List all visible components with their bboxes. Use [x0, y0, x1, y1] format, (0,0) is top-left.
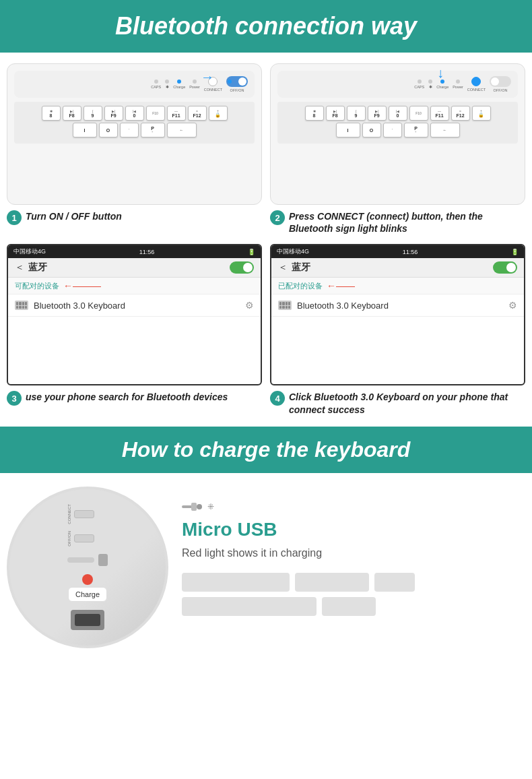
kb-keys-area-2: ✱8 ▶|F8 (9 ▶|F9 |◀0 F10 —F11 =F12 +🔒 I O…: [277, 102, 518, 144]
kb-key-backspace: ←: [167, 123, 197, 137]
phone-mockup-3: 中国移动4G 11:56 🔋 ＜ 蓝牙 可配对的设备 ←———: [7, 244, 262, 385]
nav-title-4: 蓝牙: [292, 261, 489, 274]
power-indicator-2: Power: [453, 80, 463, 89]
kb-key-i: I: [73, 123, 97, 137]
svg-point-2: [197, 504, 202, 509]
page-title: Bluetooth connection way: [7, 12, 525, 40]
step1-num: 1: [7, 210, 22, 225]
battery-icon-4: 🔋: [511, 249, 519, 255]
phone-status-bar-3: 中国移动4G 11:56 🔋: [8, 245, 261, 258]
kb-key-p-2: P": [404, 123, 428, 137]
section-label-4: 已配对的设备: [278, 281, 323, 291]
kb-keys-area-1: ✱8 ▶|F8 (9 ▶|F9 |◀0 F10 —F11 =F12 +🔒 I O…: [14, 102, 255, 144]
steps-row-2: 中国移动4G 11:56 🔋 ＜ 蓝牙 可配对的设备 ←———: [7, 244, 525, 415]
device-icon-4: [278, 301, 292, 310]
kb-key-i-2: I: [336, 123, 360, 137]
device-row-3[interactable]: Bluetooth 3.0 Keyboard ⚙: [8, 294, 261, 317]
gray-box-4: [182, 597, 317, 616]
step2-label: 2 Press CONNECT (connect) button, then t…: [270, 210, 525, 235]
gray-boxes-row1: [182, 573, 525, 592]
kb-key: —F11: [167, 106, 186, 121]
toggle-knob: [238, 77, 246, 86]
usb-title: Micro USB: [182, 519, 525, 540]
charge-led: [177, 80, 181, 84]
bluetooth-toggle-3[interactable]: [230, 261, 254, 274]
kb-row-4: I O ' P" ←: [281, 123, 514, 137]
kb-row-1: ✱8 ▶|F8 (9 ▶|F9 |◀0 F10 —F11 =F12 +🔒: [18, 106, 251, 121]
usb-subtitle: Red light shows it in charging: [182, 547, 525, 559]
steps-row-1: → CAPS ✱: [7, 63, 525, 235]
back-arrow-4[interactable]: ＜: [278, 261, 288, 274]
main-content: → CAPS ✱: [0, 53, 532, 416]
charge-label: Charge: [68, 587, 107, 602]
section-header-3: 可配对的设备 ←———: [8, 278, 261, 294]
step3-text: use your phone search for Bluetooth devi…: [26, 391, 228, 403]
usb-info-section: ⁜ Micro USB Red light shows it in chargi…: [182, 487, 525, 616]
device-row-4[interactable]: Bluetooth 3.0 Keyboard ⚙: [271, 294, 524, 317]
charge-dot-area: Charge: [68, 574, 107, 602]
kb-key: (9: [84, 106, 102, 121]
power-indicator: Power: [189, 80, 200, 89]
charge-title: How to charge the keyboard: [7, 437, 525, 462]
kb-key-o: O: [99, 123, 118, 137]
connect-side-area: CONNECT: [67, 504, 94, 524]
caps-led-2: [418, 80, 422, 84]
usb-icon-row: ⁜: [182, 500, 525, 513]
kb-key-2: ▶|F9: [368, 106, 387, 121]
back-arrow-3[interactable]: ＜: [15, 261, 24, 274]
kb-key: ✱8: [42, 106, 61, 121]
step2-container: ↓ CAPS ✱ Charge: [270, 63, 525, 235]
kb-key-2: ✱8: [305, 106, 324, 121]
nav-title-3: 蓝牙: [28, 261, 226, 274]
keyboard-charge-image: CONNECT OFF/ON Charge: [7, 487, 168, 648]
kb-controls-1: CAPS ✱ Charge: [14, 71, 255, 98]
kb-key-apos-2: ': [383, 123, 402, 137]
connect-side-btn: [74, 510, 94, 518]
kb-key-p: P": [141, 123, 165, 137]
gear-icon-4[interactable]: ⚙: [508, 300, 517, 311]
kb-key-backspace-2: ←: [430, 123, 460, 137]
kb-row-3: ✱8 ▶|F8 (9 ▶|F9 |◀0 F10 —F11 =F12 +🔒: [281, 106, 514, 121]
step1-text: Turn ON / OFF button: [26, 210, 122, 222]
kb-key-2: (9: [347, 106, 366, 121]
kb-key: ▶|F9: [104, 106, 123, 121]
controls-row-2: CAPS ✱ Charge Power: [284, 76, 511, 92]
step4-num: 4: [270, 391, 285, 406]
step4-container: 中国移动4G 11:56 🔋 ＜ 蓝牙 已配对的设备 ←——: [270, 244, 525, 415]
star-led-2: [428, 80, 432, 84]
offon-toggle: [226, 76, 248, 87]
gear-icon-3[interactable]: ⚙: [245, 300, 254, 311]
device-icon-3: [15, 301, 28, 310]
kb-key-apos: ': [120, 123, 139, 137]
arrow-right-icon: →: [201, 69, 214, 85]
side-buttons-group: CONNECT OFF/ON: [67, 504, 94, 546]
gray-boxes-row2: [182, 597, 525, 616]
connect-side-label: CONNECT: [67, 504, 71, 524]
status-time-3: 11:56: [139, 249, 155, 255]
battery-icon-3: 🔋: [248, 249, 255, 255]
connect-indicator-2: CONNECT: [467, 77, 486, 92]
step3-label: 3 use your phone search for Bluetooth de…: [7, 391, 262, 406]
offon-side-btn: [74, 534, 94, 542]
bluetooth-toggle-4[interactable]: [493, 261, 517, 274]
step1-container: → CAPS ✱: [7, 63, 262, 235]
toggle-dot: [228, 80, 232, 84]
kb-key-2: F10: [409, 106, 428, 121]
usb-icon: [182, 500, 202, 513]
usb-connector: [98, 554, 108, 566]
kb-key-2: +🔒: [472, 106, 491, 121]
status-carrier-3: 中国移动4G: [13, 247, 46, 256]
kb-key: +🔒: [209, 106, 228, 121]
step4-label: 4 Click Bluetooth 3.0 Keyboard on your p…: [270, 391, 525, 415]
kb-row-2: I O ' P" ←: [18, 123, 251, 137]
phone-mockup-4: 中国移动4G 11:56 🔋 ＜ 蓝牙 已配对的设备 ←——: [270, 244, 525, 385]
caps-indicator-2: CAPS: [414, 80, 424, 89]
kb-controls-2: CAPS ✱ Charge Power: [277, 71, 518, 98]
charge-indicator-2: Charge: [436, 80, 448, 89]
section-label-3: 可配对的设备: [15, 281, 59, 291]
charge-banner: How to charge the keyboard: [0, 427, 532, 473]
phone-status-bar-4: 中国移动4G 11:56 🔋: [271, 245, 524, 258]
star-indicator-2: ✱: [428, 80, 432, 89]
phone-nav-bar-3: ＜ 蓝牙: [8, 258, 261, 278]
device-name-3: Bluetooth 3.0 Keyboard: [34, 301, 240, 311]
